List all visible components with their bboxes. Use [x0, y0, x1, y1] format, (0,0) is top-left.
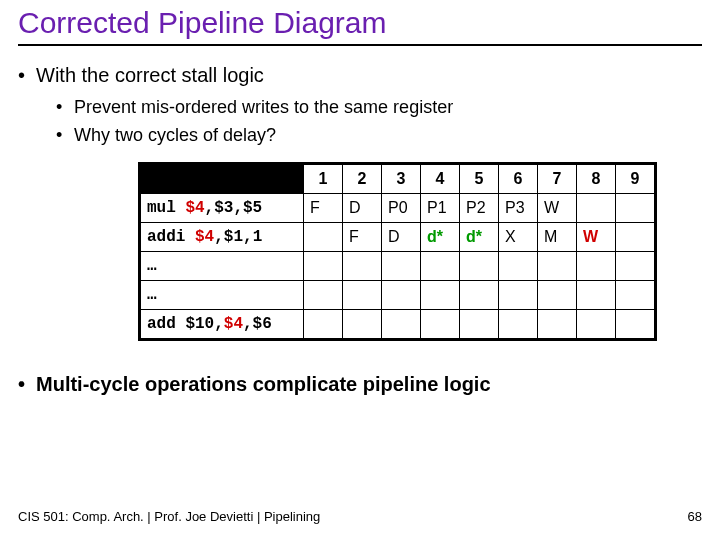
table-row: add $10,$4,$6: [140, 309, 656, 339]
table-row: …: [140, 280, 656, 309]
stage-cell: [304, 251, 343, 280]
stage-cell: P1: [421, 193, 460, 222]
stage-cell: D: [382, 222, 421, 251]
instr-cell: …: [140, 280, 304, 309]
stage-cell: [460, 280, 499, 309]
stage-cell: [616, 251, 656, 280]
stage-cell: [577, 193, 616, 222]
instr-post: ,$1,1: [214, 228, 262, 246]
cycle-header: 7: [538, 163, 577, 193]
stage-cell: D: [343, 193, 382, 222]
instr-dest: $4: [185, 199, 204, 217]
cycle-header: 2: [343, 163, 382, 193]
stage-cell: [616, 309, 656, 339]
stage-cell: [421, 280, 460, 309]
instr-dest: $4: [195, 228, 214, 246]
footer-page: 68: [688, 509, 702, 524]
stage-cell: [460, 251, 499, 280]
instr-post: ,$3,$5: [205, 199, 263, 217]
instr-cell: mul $4,$3,$5: [140, 193, 304, 222]
bullet-list: With the correct stall logic Prevent mis…: [18, 62, 702, 148]
conclusion-text: Multi-cycle operations complicate pipeli…: [18, 373, 702, 396]
stage-cell: [382, 280, 421, 309]
stage-cell: [343, 251, 382, 280]
instr-dest: $4: [224, 315, 243, 333]
cycle-header: 4: [421, 163, 460, 193]
stage-cell: F: [343, 222, 382, 251]
table-row: mul $4,$3,$5 F D P0 P1 P2 P3 W: [140, 193, 656, 222]
stage-cell: [538, 309, 577, 339]
stage-cell: [421, 251, 460, 280]
stage-cell: [460, 309, 499, 339]
stage-cell: [421, 309, 460, 339]
stage-cell: [382, 309, 421, 339]
cycle-header: 6: [499, 163, 538, 193]
table-row: addi $4,$1,1 F D d* d* X M W: [140, 222, 656, 251]
stall-cell: d*: [460, 222, 499, 251]
stage-cell: [577, 309, 616, 339]
stage-cell: W: [538, 193, 577, 222]
bullet-lvl1: With the correct stall logic: [18, 62, 702, 89]
stage-cell: X: [499, 222, 538, 251]
table-corner-cell: [140, 163, 304, 193]
stage-cell: [616, 280, 656, 309]
stage-cell: F: [304, 193, 343, 222]
instr-pre: add $10,: [147, 315, 224, 333]
stage-cell: [304, 222, 343, 251]
stage-cell: P0: [382, 193, 421, 222]
stage-cell: [343, 280, 382, 309]
stage-cell: [304, 309, 343, 339]
conclusion-bullet: Multi-cycle operations complicate pipeli…: [18, 373, 702, 396]
bullet-lvl2: Prevent mis-ordered writes to the same r…: [18, 95, 702, 119]
table-header-row: 1 2 3 4 5 6 7 8 9: [140, 163, 656, 193]
cycle-header: 8: [577, 163, 616, 193]
stall-cell: d*: [421, 222, 460, 251]
stage-cell: [499, 251, 538, 280]
stage-cell: [616, 193, 656, 222]
pipeline-table: 1 2 3 4 5 6 7 8 9 mul $4,$3,$5 F D P0 P1…: [138, 162, 657, 341]
table-row: …: [140, 251, 656, 280]
stage-cell: [538, 280, 577, 309]
stage-cell: [343, 309, 382, 339]
instr-pre: addi: [147, 228, 195, 246]
bullet-lvl2: Why two cycles of delay?: [18, 123, 702, 147]
stage-cell: [616, 222, 656, 251]
instr-cell: addi $4,$1,1: [140, 222, 304, 251]
slide-footer: CIS 501: Comp. Arch. | Prof. Joe Deviett…: [18, 509, 702, 524]
cycle-header: 5: [460, 163, 499, 193]
instr-cell: …: [140, 251, 304, 280]
cycle-header: 3: [382, 163, 421, 193]
stage-cell: [538, 251, 577, 280]
stage-cell: M: [538, 222, 577, 251]
stage-cell: [304, 280, 343, 309]
slide-title: Corrected Pipeline Diagram: [18, 6, 702, 46]
instr-post: ,$6: [243, 315, 272, 333]
stage-cell: P2: [460, 193, 499, 222]
stage-cell: P3: [499, 193, 538, 222]
slide-root: Corrected Pipeline Diagram With the corr…: [0, 0, 720, 540]
instr-cell: add $10,$4,$6: [140, 309, 304, 339]
cycle-header: 1: [304, 163, 343, 193]
pipeline-table-wrap: 1 2 3 4 5 6 7 8 9 mul $4,$3,$5 F D P0 P1…: [138, 162, 702, 341]
cycle-header: 9: [616, 163, 656, 193]
stage-cell: [577, 251, 616, 280]
footer-left: CIS 501: Comp. Arch. | Prof. Joe Deviett…: [18, 509, 320, 524]
stage-cell: [577, 280, 616, 309]
instr-pre: mul: [147, 199, 185, 217]
writeback-cell: W: [577, 222, 616, 251]
stage-cell: [382, 251, 421, 280]
stage-cell: [499, 280, 538, 309]
stage-cell: [499, 309, 538, 339]
